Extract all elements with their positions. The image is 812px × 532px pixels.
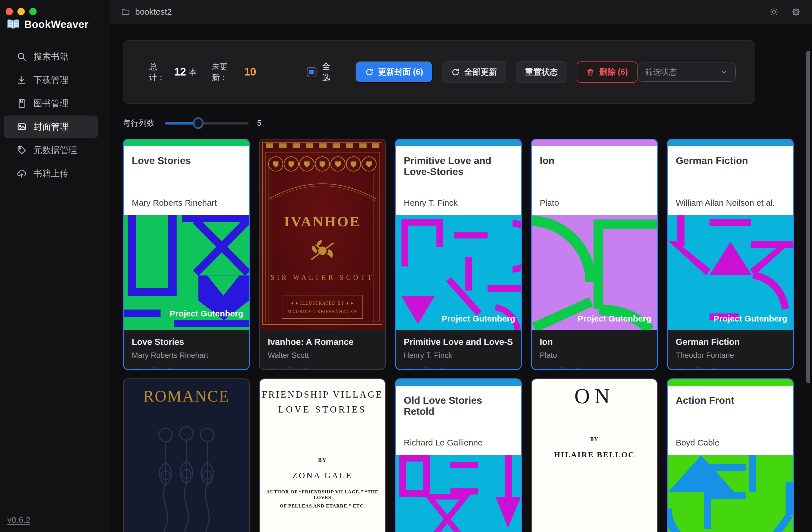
sidebar-item-book-upload[interactable]: 书籍上传 [4,162,98,185]
trash-icon[interactable] [710,366,719,370]
select-all-checkbox[interactable]: 全选 [307,61,337,83]
total-label: 总计： [149,61,171,83]
cover-author: Richard Le Gallienne [404,438,482,447]
book-card[interactable]: Old Love Stories Retold Richard Le Galli… [395,378,522,532]
gutenberg-badge: Project Gutenberg [441,314,515,323]
eye-icon[interactable] [132,366,141,370]
theme-toggle-icon[interactable] [769,7,779,17]
book-title: Ivanhoe: A Romance [268,337,377,347]
cover-author: Boyd Cable [676,438,719,447]
slider-thumb[interactable] [193,117,204,129]
sidebar-item-book-manager[interactable]: 图书管理 [4,92,98,115]
download-icon [17,75,27,85]
cover-author: William Allan Neilson et al. [676,198,775,208]
zoom-window-button[interactable] [29,8,37,15]
refresh-icon [365,68,374,76]
romance-cover-art: ROMANCE [124,379,249,532]
trash-icon[interactable] [165,366,175,370]
sidebar-item-metadata-manager[interactable]: 元数据管理 [4,139,98,162]
settings-gear-icon[interactable] [791,7,801,17]
app-name: BookWeaver [24,18,88,30]
cover-title: ON [532,379,657,408]
book-card[interactable]: Love Stories Mary Roberts Rinehart [123,139,250,370]
update-covers-button[interactable]: 更新封面 (6) [356,61,433,83]
book-card[interactable]: FRIENDSHIP VILLAGE LOVE STORIES BY ZONA … [259,378,386,532]
refresh-icon[interactable] [693,366,702,370]
book-cover: Action Front Boyd Cable [668,379,793,532]
book-card[interactable]: ROMANCE Romance [123,378,250,532]
card-actions [404,366,513,370]
eye-icon[interactable] [540,366,549,370]
card-actions [132,366,241,370]
eye-icon[interactable] [404,366,413,370]
book-title: Love Stories [132,337,241,347]
book-author: Theodor Fontane [676,351,785,360]
card-footer: Ion Plato [532,330,657,370]
friendship-cover-art: FRIENDSHIP VILLAGE LOVE STORIES BY ZONA … [260,379,385,532]
book-card[interactable]: German Fiction William Allan Neilson et … [667,139,794,370]
filter-status-select[interactable]: 筛选状态 [637,62,736,82]
close-window-button[interactable] [6,8,13,15]
book-icon [17,98,27,109]
generated-cover-art [668,455,793,532]
book-cover: Love Stories Mary Roberts Rinehart [124,139,249,330]
trash-icon[interactable] [574,366,582,370]
book-cover: ON BY HILAIRE BELLOC [532,379,657,532]
update-all-button[interactable]: 全部更新 [442,61,506,83]
trash-icon[interactable] [302,366,310,370]
book-card[interactable]: ON BY HILAIRE BELLOC On [531,378,658,532]
cover-title: Action Front [676,395,785,406]
reset-status-button[interactable]: 重置状态 [516,61,567,83]
eye-icon[interactable] [676,366,685,370]
book-card[interactable]: Ion Plato Pro [531,139,658,370]
open-book-icon [7,19,20,30]
version-link[interactable]: v0.6.2 [7,515,30,525]
book-cover: German Fiction William Allan Neilson et … [668,139,793,330]
columns-slider[interactable] [165,122,249,125]
total-value: 12 [174,66,186,78]
book-cover: ROMANCE [124,379,249,532]
chevron-down-icon [720,68,728,76]
library-name: booktest2 [135,7,172,17]
cover-title: Old Love Stories Retold [404,395,513,417]
card-actions [676,366,785,370]
cover-author: HILAIRE BELLOC [532,450,657,459]
book-card[interactable]: Primitive Love and Love-Stories Henry T.… [395,139,522,370]
book-cover: FRIENDSHIP VILLAGE LOVE STORIES BY ZONA … [260,379,385,532]
book-card[interactable]: IVANHOE SIR WALTER SCOTT ♦ ♦ ILLUSTR [259,139,386,370]
sidebar-item-cover-manager[interactable]: 封面管理 [4,115,98,138]
columns-value: 5 [257,118,262,128]
book-title: Ion [540,337,649,347]
sidebar-item-search-books[interactable]: 搜索书籍 [4,45,98,68]
refresh-icon[interactable] [149,366,158,370]
gutenberg-badge: Project Gutenberg [578,314,651,323]
trash-icon[interactable] [437,366,447,370]
window-controls [6,8,37,15]
refresh-icon[interactable] [421,366,430,370]
book-card[interactable]: Action Front Boyd Cable [667,378,794,532]
generated-cover-art [668,215,793,330]
minimize-window-button[interactable] [17,8,25,15]
refresh-icon[interactable] [285,366,294,370]
scrollbar-thumb[interactable] [806,51,810,383]
cover-title: Primitive Love and Love-Stories [404,155,513,177]
sidebar-item-download-manager[interactable]: 下载管理 [4,69,98,91]
refresh-icon[interactable] [557,366,566,370]
generated-cover-art [532,215,657,330]
app-logo: BookWeaver [7,18,88,30]
cover-subtitle-line1: AUTHOR OF “FRIENDSHIP VILLAGE,” “THE LOV… [260,489,385,501]
cover-title: German Fiction [676,155,785,166]
sidebar-nav: 搜索书籍 下载管理 图书管理 封面管理 元数据管理 书籍上传 [0,44,110,186]
delete-button[interactable]: 删除 (6) [577,61,637,83]
cover-illustrated-by: ♦ ♦ ILLUSTRATED BY ♦ ♦ [291,301,354,306]
card-footer: Ivanhoe: A Romance Walter Scott [260,330,385,370]
topbar: booktest2 [110,0,812,24]
cover-title-line1: FRIENDSHIP VILLAGE [260,379,385,400]
book-author: Henry T. Finck [404,351,513,360]
eye-icon[interactable] [268,366,277,370]
book-cover: Primitive Love and Love-Stories Henry T.… [396,139,521,330]
checkbox-indeterminate[interactable] [307,67,317,77]
main-content: 总计： 12 本 未更新： 10 全选 更新封面 (6) 全部更新 重置状态 [110,24,812,532]
sidebar: BookWeaver 搜索书籍 下载管理 图书管理 封面管理 元数据管理 书籍上… [0,0,110,532]
pending-value: 10 [244,66,256,78]
